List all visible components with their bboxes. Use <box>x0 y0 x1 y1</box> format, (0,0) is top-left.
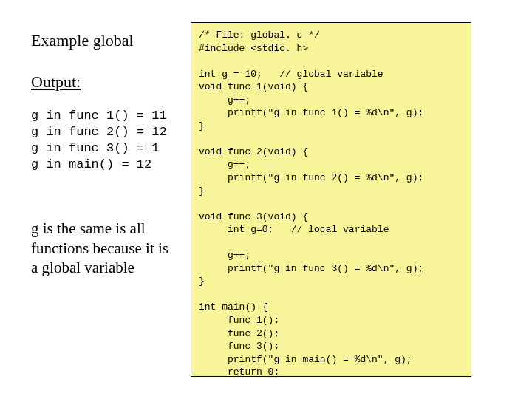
explanation-note: g is the same is all functions because i… <box>31 219 179 277</box>
code-box: /* File: global. c */ #include <stdio. h… <box>191 22 471 377</box>
left-column: Example global Output: g in func 1() = 1… <box>31 31 179 277</box>
output-heading: Output: <box>31 72 179 92</box>
output-lines: g in func 1() = 11 g in func 2() = 12 g … <box>31 108 179 173</box>
slide-title: Example global <box>31 31 179 50</box>
